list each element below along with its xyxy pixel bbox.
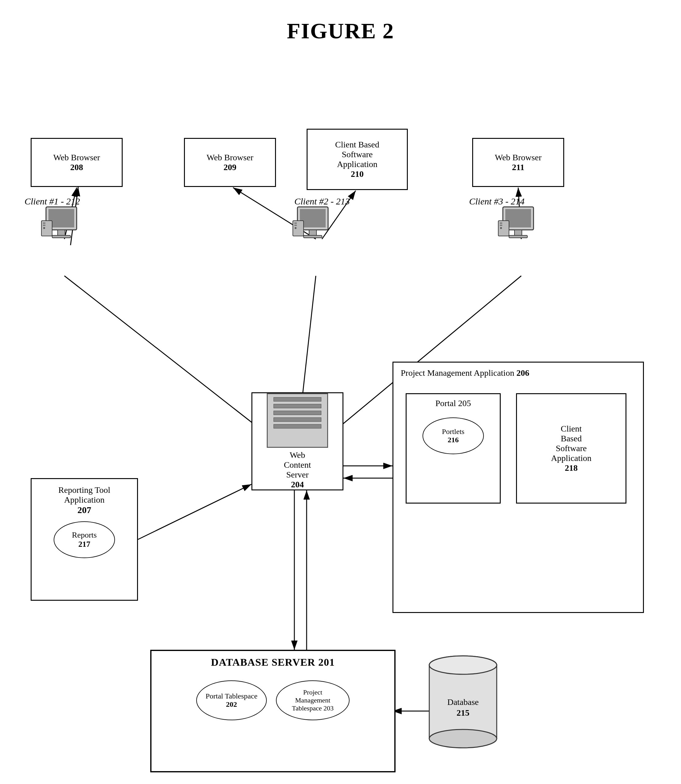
portal-tablespace-202: Portal Tablespace 202 <box>196 680 267 720</box>
web-browser-208: Web Browser 208 <box>31 138 123 187</box>
svg-point-31 <box>295 227 296 229</box>
web-browser-211: Web Browser 211 <box>472 138 564 187</box>
computer-client-1 <box>40 205 89 245</box>
svg-point-42 <box>429 729 497 748</box>
svg-rect-30 <box>295 224 297 226</box>
svg-rect-27 <box>304 236 322 238</box>
svg-rect-29 <box>295 223 297 224</box>
computer-client-2 <box>291 205 340 245</box>
svg-line-7 <box>64 276 276 441</box>
svg-line-10 <box>138 484 252 539</box>
svg-rect-21 <box>43 223 45 224</box>
svg-text:215: 215 <box>456 708 469 718</box>
reporting-tool-207: Reporting ToolApplication 207 Reports 21… <box>31 478 138 601</box>
web-content-server-204: WebContentServer 204 <box>252 392 344 490</box>
portal-205: Portal 205 Portlets 216 <box>405 393 501 504</box>
client-3-label: Client #3 - 214 <box>469 196 525 207</box>
client-1-label: Client #1 - 212 <box>25 196 80 207</box>
reports-217-oval: Reports 217 <box>54 522 115 558</box>
client-based-software-218: ClientBasedSoftwareApplication 218 <box>516 393 626 504</box>
web-browser-209: Web Browser 209 <box>184 138 276 187</box>
svg-point-23 <box>43 227 45 229</box>
portlets-216-oval: Portlets 216 <box>423 417 484 454</box>
database-215: Database 215 <box>423 650 503 754</box>
svg-rect-35 <box>509 236 527 238</box>
svg-point-39 <box>500 227 502 229</box>
computer-client-3 <box>497 205 546 245</box>
project-mgmt-tablespace-203: ProjectManagementTablespace 203 <box>276 680 350 720</box>
svg-rect-38 <box>500 224 502 226</box>
database-server-201: DATABASE SERVER 201 Portal Tablespace 20… <box>150 650 396 772</box>
svg-rect-37 <box>500 223 502 224</box>
svg-rect-19 <box>52 236 71 238</box>
svg-rect-22 <box>43 224 45 226</box>
project-management-206: Project Management Application 206 Porta… <box>393 362 644 613</box>
client-based-software-210: Client BasedSoftwareApplication 210 <box>307 129 408 190</box>
svg-point-43 <box>429 656 497 674</box>
client-2-label: Client #2 - 213 <box>295 196 350 207</box>
svg-text:Database: Database <box>447 697 479 707</box>
page-title: FIGURE 2 <box>0 0 681 44</box>
